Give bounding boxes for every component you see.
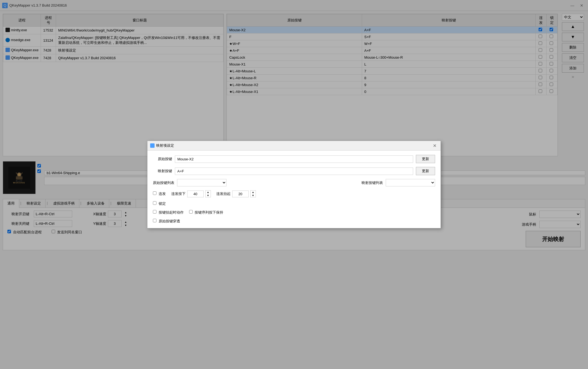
target-key-row: 映射按键 更新	[153, 167, 435, 175]
source-key-row: 原始按键 更新	[153, 155, 435, 163]
modal-overlay: 映射项设定 ✕ 原始按键 更新 映射按键 更新 原始按键列表	[0, 0, 588, 369]
key-up-checkbox[interactable]	[153, 210, 156, 214]
rapid-release-field: 连发抬起 ▲ ▼	[216, 190, 256, 197]
key-seq-label[interactable]: 按键序列按下保持	[189, 210, 223, 215]
source-key-update-button[interactable]: 更新	[416, 155, 435, 163]
target-key-update-button[interactable]: 更新	[416, 167, 435, 175]
rapid-release-input[interactable]	[232, 191, 249, 197]
rapid-settings-row: 连发 连发按下 ▲ ▼ 连发抬起 ▲ ▼	[153, 190, 435, 197]
lock-checkbox-modal[interactable]	[153, 201, 156, 205]
modal-title-bar: 映射项设定 ✕	[147, 141, 441, 151]
source-list-select[interactable]	[177, 179, 226, 186]
mapping-settings-modal: 映射项设定 ✕ 原始按键 更新 映射按键 更新 原始按键列表	[147, 141, 441, 228]
rapid-checkbox-modal[interactable]	[153, 191, 156, 195]
key-up-row: 按键抬起时动作 按键序列按下保持	[153, 210, 435, 215]
key-up-label[interactable]: 按键抬起时动作	[153, 210, 184, 215]
rapid-press-up[interactable]: ▲	[206, 191, 211, 194]
target-key-input[interactable]	[175, 168, 413, 175]
target-key-label: 映射按键	[153, 169, 172, 174]
passthrough-label[interactable]: 原始按键穿透	[153, 219, 180, 224]
modal-title: 映射项设定	[156, 143, 174, 148]
modal-close-button[interactable]: ✕	[431, 143, 438, 149]
lock-label[interactable]: 锁定	[153, 201, 166, 206]
passthrough-checkbox[interactable]	[153, 219, 156, 222]
list-row: 原始按键列表 映射按键列表	[153, 179, 435, 186]
rapid-press-input[interactable]	[187, 191, 204, 197]
rapid-label[interactable]: 连发	[153, 191, 166, 196]
target-list-select[interactable]	[386, 179, 435, 186]
lock-row: 锁定	[153, 201, 435, 206]
target-list-label: 映射按键列表	[362, 180, 383, 185]
rapid-press-field: 连发按下 ▲ ▼	[171, 190, 211, 197]
passthrough-row: 原始按键穿透	[153, 219, 435, 224]
source-list-label: 原始按键列表	[153, 180, 174, 185]
modal-body: 原始按键 更新 映射按键 更新 原始按键列表 映射按键列表	[147, 151, 441, 228]
rapid-press-down[interactable]: ▼	[206, 194, 211, 197]
rapid-release-up[interactable]: ▲	[251, 191, 256, 194]
key-seq-checkbox[interactable]	[189, 210, 193, 214]
rapid-press-label: 连发按下	[171, 191, 186, 196]
source-key-input[interactable]	[175, 155, 413, 163]
rapid-release-down[interactable]: ▼	[251, 194, 256, 197]
source-key-label: 原始按键	[153, 157, 172, 161]
modal-icon	[150, 143, 155, 148]
rapid-release-label: 连发抬起	[216, 191, 231, 196]
